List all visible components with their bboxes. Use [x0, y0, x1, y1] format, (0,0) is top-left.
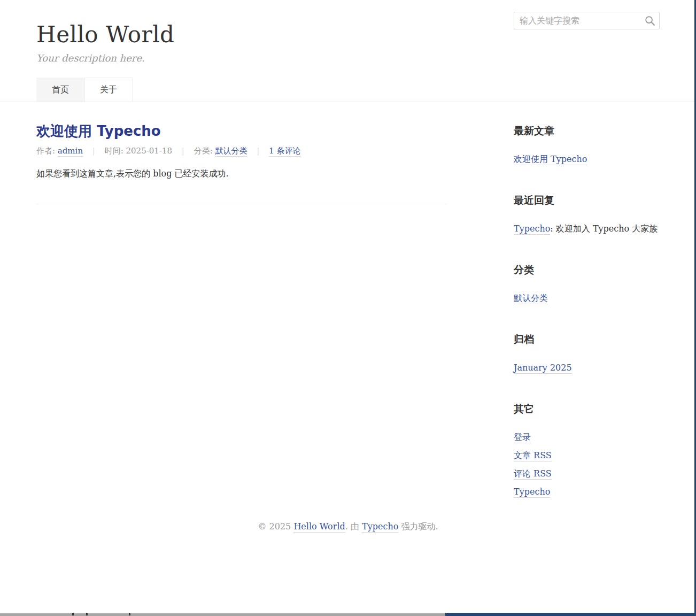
widget-archives: 归档 January 2025: [514, 333, 660, 377]
footer-middle-text: . 由: [345, 521, 362, 532]
list-item: Typecho: [514, 483, 660, 501]
post-author-link[interactable]: admin: [58, 146, 83, 157]
list-item: Typecho: 欢迎加入 Typecho 大家族: [514, 220, 660, 238]
footer-typecho-link[interactable]: Typecho: [362, 521, 398, 533]
taskbar-tick: [129, 613, 130, 615]
post-title: 欢迎使用 Typecho: [36, 124, 447, 139]
misc-link[interactable]: 文章 RSS: [514, 450, 552, 461]
search-form: [514, 12, 660, 29]
footer-suffix-text: 强力驱动.: [398, 521, 438, 532]
widget-categories: 分类 默认分类: [514, 263, 660, 307]
recent-post-link[interactable]: 欢迎使用 Typecho: [514, 154, 587, 165]
search-icon[interactable]: [645, 16, 655, 26]
widget-recent-comments: 最近回复 Typecho: 欢迎加入 Typecho 大家族: [514, 194, 660, 238]
post-author-label: 作者:: [36, 146, 58, 156]
archive-link[interactable]: January 2025: [514, 363, 572, 374]
post-category-label: 分类:: [194, 146, 215, 156]
widget-archives-title: 归档: [514, 333, 660, 346]
site-nav: 首页 关于: [36, 78, 660, 102]
recent-posts-list: 欢迎使用 Typecho: [514, 150, 660, 168]
meta-separator: |: [257, 146, 259, 156]
footer-site-link[interactable]: Hello World: [293, 521, 345, 533]
post-category-link[interactable]: 默认分类: [215, 146, 247, 157]
list-item: 评论 RSS: [514, 465, 660, 483]
taskbar-strip-navy: [445, 613, 696, 616]
category-link[interactable]: 默认分类: [514, 293, 548, 304]
taskbar-strip-gray: [0, 613, 445, 616]
misc-link[interactable]: 登录: [514, 432, 531, 443]
post-title-link[interactable]: 欢迎使用 Typecho: [36, 123, 161, 139]
nav-item-home[interactable]: 首页: [36, 78, 84, 102]
widget-categories-title: 分类: [514, 263, 660, 277]
widget-recent-posts-title: 最新文章: [514, 124, 660, 138]
recent-comments-list: Typecho: 欢迎加入 Typecho 大家族: [514, 220, 660, 238]
archives-list: January 2025: [514, 359, 660, 377]
list-item: 默认分类: [514, 289, 660, 307]
site-header: Hello World Your description here. 首页 关于: [36, 0, 660, 102]
content-column: 欢迎使用 Typecho 作者: admin | 时间: 2025-01-18 …: [36, 102, 447, 204]
post-time-label: 时间:: [105, 146, 126, 156]
comment-text: : 欢迎加入 Typecho 大家族: [550, 224, 658, 234]
list-item: 欢迎使用 Typecho: [514, 150, 660, 168]
post-comments-link[interactable]: 1 条评论: [269, 146, 300, 157]
widget-recent-posts: 最新文章 欢迎使用 Typecho: [514, 124, 660, 168]
widget-misc-title: 其它: [514, 402, 660, 416]
sidebar: 最新文章 欢迎使用 Typecho 最近回复 Typecho: 欢迎加入 Typ…: [514, 102, 660, 501]
search-input[interactable]: [514, 12, 660, 29]
meta-separator: |: [92, 146, 95, 156]
post-divider: [36, 204, 447, 204]
misc-link[interactable]: 评论 RSS: [514, 468, 552, 480]
post-time: 2025-01-18: [126, 146, 172, 156]
bottom-taskbar-strip: [0, 613, 696, 616]
post-body: 如果您看到这篇文章,表示您的 blog 已经安装成功.: [36, 167, 447, 180]
widget-recent-comments-title: 最近回复: [514, 194, 660, 207]
comment-author-link[interactable]: Typecho: [514, 224, 550, 235]
misc-list: 登录文章 RSS评论 RSSTypecho: [514, 428, 660, 501]
widget-misc: 其它 登录文章 RSS评论 RSSTypecho: [514, 402, 660, 501]
post: 欢迎使用 Typecho 作者: admin | 时间: 2025-01-18 …: [36, 124, 447, 180]
misc-link[interactable]: Typecho: [514, 487, 550, 498]
list-item: 登录: [514, 428, 660, 446]
main-area: 欢迎使用 Typecho 作者: admin | 时间: 2025-01-18 …: [36, 102, 660, 501]
list-item: 文章 RSS: [514, 446, 660, 465]
taskbar-tick: [86, 613, 88, 615]
meta-separator: |: [182, 146, 184, 156]
list-item: January 2025: [514, 359, 660, 377]
post-meta: 作者: admin | 时间: 2025-01-18 | 分类: 默认分类 | …: [36, 146, 447, 156]
site-description: Your description here.: [36, 52, 660, 64]
footer-copyright: © 2025: [258, 521, 293, 532]
categories-list: 默认分类: [514, 289, 660, 307]
site-footer: © 2025 Hello World. 由 Typecho 强力驱动.: [36, 501, 660, 533]
nav-item-about[interactable]: 关于: [84, 78, 133, 102]
taskbar-tick: [72, 613, 74, 615]
site-title-link[interactable]: Hello World: [36, 21, 174, 48]
